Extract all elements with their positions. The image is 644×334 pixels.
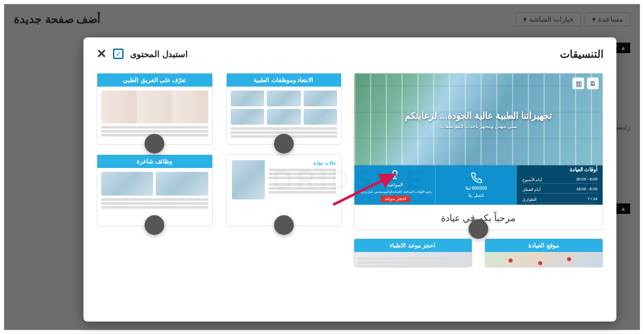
template-call[interactable]: حالات عيادة bbox=[226, 154, 342, 226]
layout-icon[interactable]: ▥ bbox=[572, 77, 584, 89]
template-jobs[interactable]: وظائف شاغرة bbox=[97, 154, 213, 226]
template-team[interactable]: تعرّف على الفريق الطبي bbox=[97, 73, 213, 145]
template-location[interactable]: موقع العيادة bbox=[484, 238, 603, 268]
template-snacks[interactable]: الابتعاد وموظفات الطبية bbox=[226, 73, 342, 145]
hero-subheadline: مبنى مهني ومجهز بأحدث المواصفات bbox=[405, 123, 551, 129]
svg-point-0 bbox=[393, 171, 397, 175]
document-icon[interactable]: 🗎 bbox=[587, 77, 599, 89]
download-button[interactable] bbox=[274, 134, 294, 154]
templates-modal: التنسيقات استبدل المحتوى ✓ ✕ ORIDSITE 🗎 … bbox=[83, 37, 616, 322]
modal-title: التنسيقات bbox=[560, 48, 603, 60]
download-button[interactable] bbox=[145, 215, 164, 235]
hero-headline: تجهيزاتنا الطبية عالية الجودة... لرعايتك… bbox=[405, 110, 551, 121]
book-button[interactable]: احجز موعد bbox=[380, 196, 410, 202]
download-button[interactable] bbox=[274, 215, 294, 235]
download-button[interactable] bbox=[145, 134, 164, 154]
phone-icon bbox=[471, 172, 482, 184]
microscope-icon bbox=[389, 169, 401, 180]
download-button[interactable] bbox=[469, 219, 488, 239]
replace-content-label: استبدل المحتوى bbox=[130, 49, 188, 59]
phone-box: 800000 ليلا اتصل بنا bbox=[435, 165, 516, 205]
template-book[interactable]: احجز موعد الاطباء bbox=[354, 238, 472, 268]
replace-content-checkbox[interactable]: ✓ bbox=[113, 49, 124, 59]
appointment-box: المواعيد راجع الأوقات المتاحة للعيادة أو… bbox=[354, 165, 435, 205]
template-hero[interactable]: 🗎 ▥ تجهيزاتنا الطبية عالية الجودة... لرع… bbox=[354, 73, 603, 230]
close-icon[interactable]: ✕ bbox=[97, 47, 106, 61]
hours-box: أوقات العيادة 8:00 - 20:00أيام الأسبوع 8… bbox=[517, 165, 603, 205]
